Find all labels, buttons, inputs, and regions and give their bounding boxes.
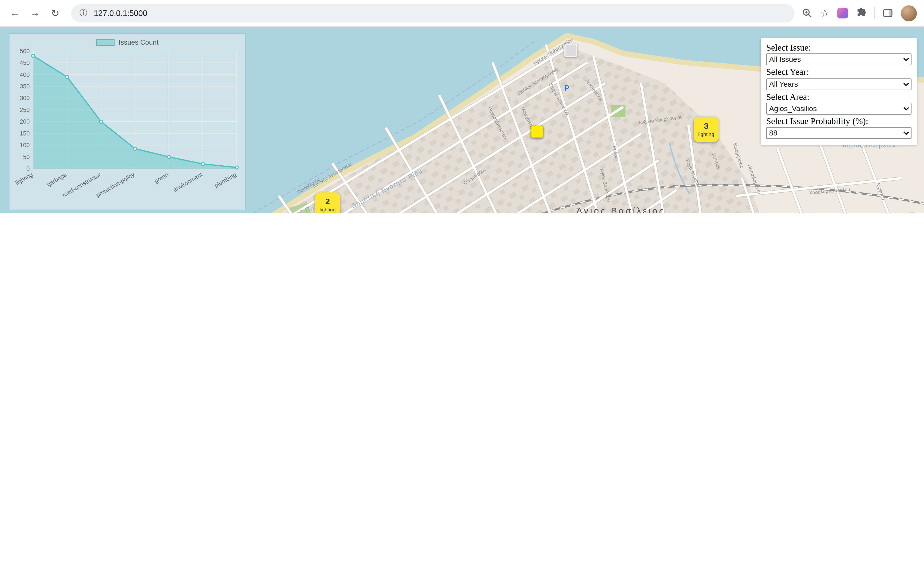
svg-text:green: green: [153, 171, 170, 184]
back-button[interactable]: ←: [6, 4, 24, 22]
browser-toolbar: ← → ↻ ⓘ 127.0.0.1:5000 ☆: [0, 0, 924, 27]
svg-text:0: 0: [26, 165, 30, 172]
svg-text:lighting: lighting: [14, 171, 34, 186]
year-select[interactable]: All Years: [766, 78, 911, 90]
forward-button[interactable]: →: [26, 4, 44, 22]
cluster-label: lighting: [320, 206, 336, 213]
svg-text:50: 50: [23, 154, 30, 160]
browser-window: ← → ↻ ⓘ 127.0.0.1:5000 ☆: [0, 0, 924, 213]
address-bar[interactable]: ⓘ 127.0.0.1:5000: [71, 4, 795, 22]
cluster-count: 3: [704, 122, 709, 131]
probability-select[interactable]: 88: [766, 127, 911, 139]
issue-cluster-marker[interactable]: 3lighting: [694, 117, 719, 142]
issue-select[interactable]: All Issues: [766, 54, 911, 66]
svg-text:plumbing: plumbing: [213, 171, 238, 189]
profile-avatar[interactable]: [901, 5, 917, 21]
cluster-count: 2: [326, 197, 330, 206]
site-info-icon[interactable]: ⓘ: [80, 8, 87, 18]
filter-panel: Select Issue: All Issues Select Year: Al…: [761, 38, 917, 145]
chart-legend: Issues Count: [10, 34, 245, 46]
url-text: 127.0.0.1:5000: [94, 9, 147, 18]
bookmark-star-icon[interactable]: ☆: [820, 8, 830, 18]
svg-text:150: 150: [20, 130, 30, 137]
selected-issue-marker[interactable]: [564, 44, 577, 57]
svg-text:450: 450: [20, 59, 30, 66]
svg-text:250: 250: [20, 107, 30, 113]
legend-swatch: [96, 39, 115, 46]
cluster-label: lighting: [698, 131, 714, 137]
issue-cluster-marker[interactable]: 2lighting: [315, 192, 340, 213]
chart-card-issues-count: Issues Count 050100150200250300350400450…: [10, 34, 245, 210]
toolbar-separator: [874, 7, 875, 19]
reload-button[interactable]: ↻: [46, 4, 64, 22]
year-select-label: Select Year:: [766, 67, 911, 78]
area-select-label: Select Area:: [766, 92, 911, 102]
svg-text:environment: environment: [172, 171, 204, 193]
extension-favicon[interactable]: [837, 8, 848, 18]
svg-text:500: 500: [20, 48, 30, 54]
issue-marker[interactable]: [531, 126, 543, 138]
svg-text:400: 400: [20, 72, 30, 78]
svg-text:garbage: garbage: [46, 171, 68, 188]
svg-text:road-constructor: road-constructor: [61, 171, 102, 198]
issue-select-label: Select Issue:: [766, 43, 911, 53]
chart-title: Issues Count: [119, 39, 158, 46]
probability-select-label: Select Issue Probability (%):: [766, 116, 911, 127]
svg-text:300: 300: [20, 95, 30, 101]
area-select[interactable]: Agios_Vasilios: [766, 102, 911, 114]
zoom-icon[interactable]: [802, 8, 812, 18]
svg-text:350: 350: [20, 83, 30, 90]
svg-text:protection-policy: protection-policy: [95, 171, 136, 198]
issues-count-chart: 050100150200250300350400450500lightingga…: [10, 46, 245, 206]
side-panel-icon[interactable]: [883, 8, 893, 18]
svg-text:100: 100: [20, 142, 30, 149]
svg-text:200: 200: [20, 118, 30, 125]
extensions-puzzle-icon[interactable]: [856, 8, 867, 18]
charts-sidebar: Issues Count 050100150200250300350400450…: [10, 34, 245, 213]
